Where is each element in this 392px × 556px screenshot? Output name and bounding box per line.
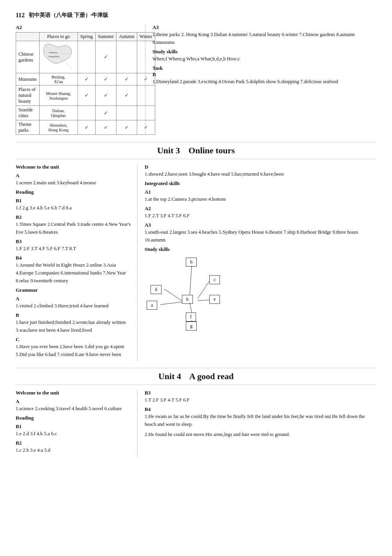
svg-line-2 [190,265,192,295]
diagram-box-e: e [209,295,220,304]
u3-gb-answers: 1.have just finished;finished 2.wrote;ha… [16,318,133,334]
u3-gb-label: B [16,312,133,318]
svg-line-3 [164,289,182,301]
svg-line-5 [160,302,182,305]
places-cell: Beijing,Xi'an [39,73,78,85]
u3-ia1-answers: 1.at the top 2.Camera 3.pictures 4.botto… [145,195,376,203]
table-row: Places of natural beauty Mount Huang,Jiu… [16,85,155,106]
diagram-box-b: b [186,258,197,267]
u3-gc-answers: 1.Have you ever been 2.have been 3.did y… [16,343,133,358]
u3-ia2-label: A2 [145,205,376,212]
study-skills-label: Study skills [152,49,376,55]
autumn-cell [116,106,137,120]
u4-welcome-label: Welcome to the unit [16,390,133,396]
a3-answers: 1.theme parks 2. Hong Kong 3.Dalian 4.su… [152,31,376,46]
u4-b4-label: B4 [145,406,376,412]
places-cell: Dalian,Qingdao [39,106,78,120]
u3-b1-answers: 1.f 2.g 3.e 4.h 5.e 6.b 7.d 8.a [16,204,133,212]
u4-b3-label: B3 [145,390,376,396]
summer-cell: ✓ [95,85,116,106]
u4-a-label: A [16,398,133,405]
svg-line-6 [198,300,209,301]
u3-integrated-label: Integrated skills [145,180,376,187]
diagram-box-a: a [147,301,157,310]
study-skills-diagram: b d c a h e f g [145,256,231,330]
u3-d-label: D [145,164,376,170]
u4-b4-answer1: 1.He swam as far as he could.By the time… [145,412,376,428]
category-cell: Places of natural beauty [16,85,40,106]
diagram-box-h: h [182,295,193,304]
u4-b1-answers: 1.e 2.d 3.f 4.b 5.a 6.c [16,430,133,438]
diagram-box-d: d [151,285,162,294]
u4-b2-label: B2 [16,440,133,446]
table-header-places: Places to go [39,33,78,41]
u3-b2-answers: 1.Times Square 2.Central Park 3.trade ce… [16,220,133,236]
table-row: Theme parks Shenzhen,Hong Kong ✓ ✓ ✓ ✓ [16,120,155,135]
summer-cell: ✓ [95,73,116,85]
unit4-header: Unit 4 A good read [16,368,376,385]
u3-ga-label: A [16,296,133,302]
table-header-summer: Summer [95,33,116,41]
u4-b4-answer2: 2.He found he could not move.His arms,le… [145,431,376,438]
u3-b2-label: B2 [16,214,133,220]
table-row: Seaside cities Dalian,Qingdao ✓ [16,106,155,120]
a2-label: A2 [16,24,137,31]
u3-study-skills-label: Study skills [145,246,376,253]
autumn-cell: ✓ [116,73,137,85]
svg-line-4 [198,281,209,299]
diagram-box-c: c [209,275,220,284]
spring-cell [78,41,95,73]
u3-b1-label: B1 [16,198,133,204]
category-cell: Theme parks [16,120,40,135]
a3-label: A3 [152,24,376,31]
autumn-cell [116,41,137,73]
u3-b3-answers: 1.F 2.F 3.T 4.F 5.F 6.F 7.T 8.T [16,245,133,253]
map-svg: Suzhou Yangzhou [42,42,75,72]
table-header-category [16,33,40,41]
unit4-name: A good read [189,371,234,381]
unit3-header: Unit 3 Online tours [16,142,376,159]
u3-ia1-label: A1 [145,189,376,195]
page-header: 112 初中英语（八年级 下册）·牛津版 [16,12,376,19]
u3-b4-answers: 1.Around the World in Eight Hours 2.onli… [16,261,133,285]
task-b-label: B [152,71,376,78]
study-skills-text: When;f Where;g Who;a What;b,d,e,h How;c [152,55,376,63]
table-header-autumn: Autumn [116,33,137,41]
u4-b2-answers: 1.c 2.b 3.e 4.a 5.d [16,446,133,454]
diagram-box-g: g [186,322,197,331]
category-cell: Seaside cities [16,106,40,120]
u3-ia3-label: A3 [145,222,376,228]
u4-a-answers: 1.science 2.cooking 3.travel 4.health 5.… [16,405,133,412]
table-row: Museums Beijing,Xi'an ✓ ✓ ✓ ✓ [16,73,155,85]
spring-cell: ✓ [78,85,95,106]
welcome-label: Welcome to the unit [16,164,133,170]
u3-gc-label: C [16,336,133,343]
category-cell: Chinese gardens [16,41,40,73]
unit3-name: Online tours [189,145,235,155]
diagram-box-f: f [186,313,196,322]
places-cell: Mount Huang,Jiuzhaigou [39,85,78,106]
u3-d-answers: 1.showed 2.have;seen 3.bought 4.have rea… [145,170,376,178]
category-cell: Museums [16,73,40,85]
u4-b1-label: B1 [16,423,133,430]
unit4-num: Unit 4 [158,371,181,381]
table-row: Chinese gardens Suzhou Yangzhou [16,41,155,73]
u4-reading-label: Reading [16,415,133,421]
spring-cell: ✓ [78,73,95,85]
u3-b3-label: B3 [16,238,133,245]
spring-cell [78,106,95,120]
u3-a-answers: 1.screen 2.main unit 3.keyboard 4.mouse [16,179,133,187]
summer-cell: ✓ [95,120,116,135]
u3-grammar-label: Grammar [16,287,133,293]
autumn-cell: ✓ [116,85,137,106]
u3-a-label: A [16,173,133,179]
svg-text:Yangzhou: Yangzhou [48,55,60,58]
summer-cell: ✓ [95,41,116,73]
u3-ga-answers: 1.visited 2.climbed 3.Have;tried 4.have … [16,302,133,310]
u3-ia3-answers: 1.south-east 2.largest 3.sea 4.beaches 5… [145,228,376,244]
page-title: 初中英语（八年级 下册）·牛津版 [29,12,108,19]
table-header-spring: Spring [78,33,95,41]
page-number: 112 [16,12,25,19]
svg-line-7 [190,303,192,313]
u3-reading-label: Reading [16,189,133,195]
